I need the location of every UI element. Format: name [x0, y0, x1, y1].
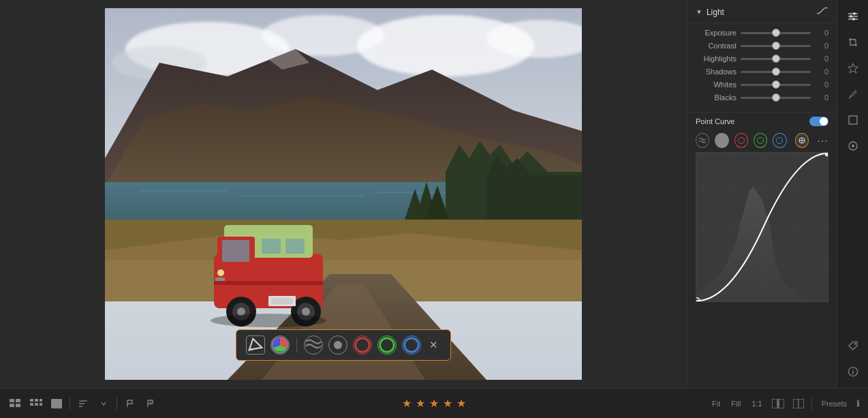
- svg-rect-39: [271, 298, 293, 304]
- star-5[interactable]: ★: [456, 397, 466, 410]
- svg-rect-78: [30, 403, 33, 406]
- svg-point-42: [356, 338, 369, 352]
- active-channel-button[interactable]: [795, 133, 809, 148]
- svg-rect-26: [222, 240, 249, 262]
- status-center: ★ ★ ★ ★ ★: [166, 397, 701, 410]
- exposure-track[interactable]: [741, 32, 811, 34]
- svg-rect-81: [51, 399, 62, 408]
- grid-small-button[interactable]: [8, 396, 23, 411]
- rgb-channel-button[interactable]: [696, 133, 709, 148]
- radial-icon[interactable]: [842, 135, 864, 157]
- blacks-row: Blacks 0: [696, 93, 828, 102]
- info-button[interactable]: ℹ: [856, 398, 860, 408]
- blacks-label: Blacks: [696, 93, 737, 102]
- svg-point-40: [211, 314, 326, 327]
- mask-icon[interactable]: [842, 109, 864, 131]
- highlights-row: Highlights 0: [696, 55, 828, 63]
- blacks-value: 0: [815, 93, 828, 102]
- compare-button[interactable]: [771, 396, 786, 411]
- svg-point-66: [852, 145, 854, 147]
- red-channel-selector[interactable]: [734, 133, 748, 148]
- red-channel-button[interactable]: [353, 335, 372, 355]
- star-2[interactable]: ★: [416, 397, 425, 410]
- photo-frame: ✕: [105, 8, 582, 380]
- sort-button[interactable]: [76, 396, 91, 411]
- sort-dropdown-button[interactable]: [96, 396, 111, 411]
- blacks-track[interactable]: [741, 97, 811, 99]
- svg-rect-75: [30, 399, 33, 402]
- svg-rect-88: [779, 399, 784, 408]
- heal-icon[interactable]: [842, 57, 864, 79]
- reject-button[interactable]: [143, 396, 158, 411]
- fit-button[interactable]: Fit: [709, 398, 723, 409]
- highlights-label: Highlights: [696, 55, 737, 63]
- curve-channel-row: ⋯: [687, 130, 837, 152]
- contrast-track[interactable]: [741, 45, 811, 47]
- blue-channel-selector[interactable]: [773, 133, 786, 148]
- contrast-thumb[interactable]: [772, 42, 780, 50]
- svg-rect-77: [40, 399, 42, 402]
- green-channel-button[interactable]: [377, 335, 397, 355]
- point-curve-toggle[interactable]: [809, 117, 828, 126]
- highlights-thumb[interactable]: [772, 55, 780, 63]
- brush-icon[interactable]: [842, 83, 864, 105]
- flag-button[interactable]: [123, 396, 138, 411]
- status-left: [8, 396, 158, 411]
- shadows-track[interactable]: [741, 71, 811, 73]
- section-label: Light: [707, 8, 724, 17]
- presets-button[interactable]: Presets: [818, 398, 851, 409]
- close-toolbar-button[interactable]: ✕: [427, 338, 441, 353]
- svg-point-67: [854, 343, 856, 345]
- svg-rect-27: [262, 239, 281, 254]
- 1-1-button[interactable]: 1:1: [749, 398, 764, 409]
- whites-track[interactable]: [741, 84, 811, 86]
- star-3[interactable]: ★: [429, 397, 439, 410]
- shadows-row: Shadows 0: [696, 68, 828, 76]
- gray-dot-button[interactable]: [328, 335, 347, 355]
- more-options-button[interactable]: ⋯: [817, 134, 828, 147]
- single-view-button[interactable]: [49, 396, 64, 411]
- svg-point-70: [852, 369, 854, 370]
- tags-icon[interactable]: [842, 335, 864, 357]
- tone-curve-icon[interactable]: [816, 7, 828, 17]
- svg-rect-71: [10, 399, 14, 402]
- photo-container: ✕: [0, 0, 687, 388]
- green-channel-selector[interactable]: [754, 133, 767, 148]
- svg-rect-37: [214, 281, 323, 285]
- svg-rect-76: [35, 399, 38, 402]
- right-panel: ▼ Light Exposure 0 Contrast: [687, 0, 837, 388]
- svg-marker-54: [696, 187, 828, 301]
- fill-button[interactable]: Fill: [728, 398, 743, 409]
- exposure-thumb[interactable]: [772, 29, 780, 37]
- highlights-track[interactable]: [741, 58, 811, 60]
- blue-channel-button[interactable]: [402, 335, 421, 355]
- blacks-thumb[interactable]: [772, 93, 780, 102]
- shadows-value: 0: [815, 68, 828, 76]
- svg-rect-72: [16, 399, 20, 402]
- haze-tool-button[interactable]: [304, 335, 323, 355]
- star-4[interactable]: ★: [443, 397, 452, 410]
- curve-graph[interactable]: [696, 152, 828, 302]
- gray-channel-button[interactable]: [715, 133, 728, 148]
- svg-point-61: [850, 15, 852, 18]
- split-screen-button[interactable]: [791, 396, 806, 411]
- point-curve-header: Point Curve: [687, 112, 837, 130]
- whites-thumb[interactable]: [772, 80, 780, 89]
- adjustments-icon[interactable]: [842, 5, 864, 27]
- exposure-label: Exposure: [696, 29, 737, 37]
- color-wheel-button[interactable]: [270, 335, 290, 355]
- svg-marker-63: [848, 63, 858, 73]
- chevron-icon[interactable]: ▼: [696, 8, 702, 16]
- pen-tool-button[interactable]: [246, 335, 265, 355]
- divider-1: [69, 398, 70, 410]
- point-curve-label: Point Curve: [696, 117, 734, 125]
- star-1[interactable]: ★: [402, 397, 412, 410]
- shadows-thumb[interactable]: [772, 68, 780, 76]
- status-bar: ★ ★ ★ ★ ★ Fit Fill 1:1 Presets ℹ: [0, 388, 868, 418]
- grid-medium-button[interactable]: [29, 396, 44, 411]
- info-icon[interactable]: [842, 361, 864, 383]
- whites-value: 0: [815, 80, 828, 89]
- crop-icon[interactable]: [842, 31, 864, 53]
- svg-rect-28: [285, 239, 305, 254]
- svg-rect-79: [35, 403, 38, 406]
